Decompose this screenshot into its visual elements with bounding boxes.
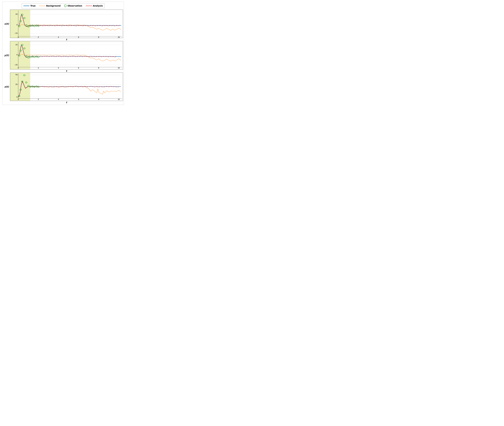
plot-row-y: y(t) 25 0 −25 0 2 4 6 8 (3, 41, 123, 70)
svg-text:20: 20 (15, 13, 17, 15)
plot-svg-x: 20 0 −10 0 2 4 6 8 10 (10, 10, 123, 38)
svg-text:0: 0 (16, 24, 17, 26)
legend-label-true: True (30, 5, 35, 7)
legend-item-background: Background (39, 5, 60, 7)
svg-text:50: 50 (15, 74, 17, 76)
xlabel-z: t (10, 101, 123, 104)
ylabel-y: y(t) (3, 41, 10, 70)
svg-point-62 (28, 57, 29, 58)
figure: True Background Observation Analysis x(t… (2, 1, 124, 105)
true-line-icon (23, 6, 29, 6)
plot-row-x: x(t) 20 0 −10 0 2 (3, 10, 123, 38)
svg-text:−10: −10 (14, 32, 17, 34)
legend-item-analysis: Analysis (86, 5, 103, 7)
plot-x: 20 0 −10 0 2 4 6 8 10 (10, 10, 123, 38)
svg-text:0: 0 (16, 54, 17, 56)
plot-svg-z: 50 25 0 0 2 4 6 8 10 (10, 73, 123, 101)
xlabel-y: t (10, 70, 123, 72)
svg-point-61 (26, 55, 27, 57)
legend-item-observation: Observation (64, 5, 82, 7)
plot-row-z: z(t) 50 25 0 0 2 4 6 8 (3, 72, 123, 101)
observation-circle-icon (64, 5, 67, 7)
xlabel-row-z: t (3, 101, 123, 104)
legend-item-true: True (23, 5, 35, 7)
svg-point-95 (26, 82, 27, 83)
legend-label-observation: Observation (67, 5, 82, 7)
xlabel-x: t (10, 38, 123, 41)
xlabel-row-y: t (3, 70, 123, 72)
svg-text:−25: −25 (14, 64, 17, 66)
plot-z: 50 25 0 0 2 4 6 8 10 (10, 72, 123, 101)
background-line-icon (39, 6, 45, 6)
legend-label-analysis: Analysis (93, 5, 103, 7)
svg-text:25: 25 (15, 44, 17, 45)
plot-y: 25 0 −25 0 2 4 6 8 10 (10, 41, 123, 70)
svg-text:25: 25 (15, 83, 17, 85)
svg-point-26 (24, 17, 25, 19)
ylabel-x: x(t) (3, 10, 10, 38)
plots-area: x(t) 20 0 −10 0 2 (3, 10, 123, 104)
xlabel-row-x: t (3, 38, 123, 41)
ylabel-z: z(t) (3, 72, 10, 101)
svg-text:0: 0 (16, 96, 17, 98)
svg-point-27 (26, 25, 27, 26)
svg-point-60 (24, 48, 25, 49)
analysis-line-icon (86, 6, 92, 6)
legend-label-background: Background (46, 5, 60, 7)
plot-svg-y: 25 0 −25 0 2 4 6 8 10 (10, 41, 123, 69)
legend: True Background Observation Analysis (22, 3, 105, 8)
svg-point-94 (24, 74, 25, 76)
